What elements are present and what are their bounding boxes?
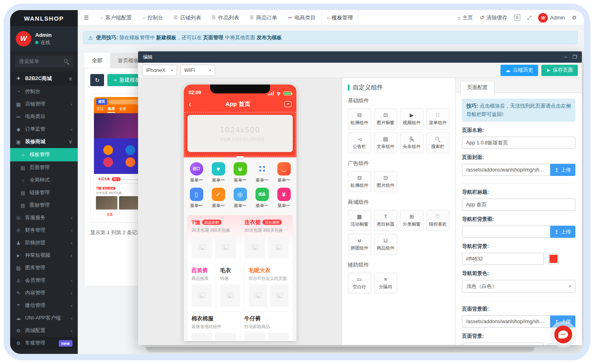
sidebar-item-console[interactable]: ◔ 控制台 (10, 85, 78, 98)
sidebar-item-general-manage[interactable]: ⚙ 常规管理 new (10, 337, 78, 349)
product-cell-sweater[interactable]: 毛衣 特惠 (216, 263, 245, 311)
sidebar-item-gallery-manage[interactable]: ▨ 图库管理 (10, 262, 78, 274)
sidebar-item-shop-manage[interactable]: ▦ 店铺管理 ‹ (10, 98, 78, 110)
component-ad-carousel[interactable]: ⊟轮播组件 (348, 171, 371, 192)
divider (462, 300, 575, 301)
component-menu[interactable]: ∷菜单组件 (426, 108, 450, 129)
modal-titlebar[interactable]: 编辑 − ❐ (138, 51, 582, 63)
page-bg-img-label: 页面背景图: (462, 306, 575, 313)
component-search-bar[interactable]: 搜索栏 (426, 132, 450, 153)
component-blank-row[interactable]: ▭空白行 (348, 273, 371, 294)
sidebar-item-finance-manage[interactable]: ℗ 财务管理 ‹ (10, 224, 78, 237)
component-category-window[interactable]: ⊞分类橱窗 (400, 210, 424, 231)
sidebar-item-uniapp-client[interactable]: ☁ UNI-APP客户端 ‹ (10, 312, 78, 324)
component-goods[interactable]: ⊔商品组件 (374, 234, 398, 255)
component-activity-window[interactable]: ▦活动橱窗 (348, 210, 371, 231)
tab-shop-list[interactable]: ☰ 店铺列表 (168, 10, 207, 25)
page-bg-img-input[interactable] (462, 315, 550, 328)
tab-page-config[interactable]: 页面配置 (460, 81, 494, 95)
image-placeholder-icon (198, 293, 205, 298)
component-headline[interactable]: 头头条组件 (400, 132, 424, 153)
nav-title-input[interactable] (462, 199, 575, 211)
page-bg-color-swatch[interactable] (548, 343, 559, 345)
carousel-icon: ⊟ (357, 175, 362, 181)
component-ad-image[interactable]: ⊡图片组件 (374, 171, 398, 192)
product-cell-jeans[interactable]: 牛仔裤 自动获取商品 (240, 311, 293, 341)
sidebar-item-mall-config[interactable]: ⚙ 商城配置 ‹ (10, 324, 78, 337)
home-button[interactable]: ⌂ 主页 (457, 14, 473, 21)
fullscreen-icon[interactable]: ⤢ (527, 15, 531, 21)
sidebar-item-template-manage[interactable]: ○ 模板管理 (10, 148, 78, 161)
sidebar-item-ladder-groupon[interactable]: ♟ 阶梯拼团 ‹ (10, 237, 78, 249)
tab-template-manage[interactable]: ○ 模板管理 (321, 10, 359, 25)
product-cell-trousers[interactable]: 西装裤 商品推荐 (187, 263, 216, 311)
nav-bg-color-input[interactable] (462, 253, 544, 265)
sidebar-item-page-manage[interactable]: ▤ 页面管理 (10, 161, 78, 174)
language-icon[interactable]: 文 (514, 15, 520, 21)
cloud-history-button[interactable]: ☁ 云端历史 (500, 65, 538, 76)
product-cell-coat[interactable]: 毛呢大衣 后台可自定义此页面 (244, 263, 293, 311)
save-page-button[interactable]: ➤ 保存页面 (541, 65, 578, 76)
user-panel[interactable]: W Admin 在线 (10, 26, 78, 51)
restore-icon[interactable]: ❐ (573, 54, 577, 60)
sidebar-item-b2b2c-mall[interactable]: ✈ B2B2C商城 ∨ (10, 72, 78, 85)
sidebar-item-decorate-mall[interactable]: ▣ 装修商城 ∨ (10, 135, 78, 148)
tab-works-list[interactable]: ☰ 作品列表 (207, 10, 245, 25)
sidebar-item-global-style[interactable]: ○ 全局样式 (10, 174, 78, 186)
page-bg-color-input[interactable] (462, 343, 544, 345)
component-category-title[interactable]: T类目标题 (374, 210, 398, 231)
share-icon[interactable]: ↗ (284, 101, 292, 107)
sidebar-item-member-manage[interactable]: ♙ 会员管理 ‹ (10, 274, 78, 287)
product-cell-tshirt[interactable]: T恤新品尝鲜 30天包退 365天包换 (187, 215, 240, 263)
sidebar-item-link-manage[interactable]: ▤ 链接管理 (10, 186, 78, 199)
config-tab-bar: 页面配置 (456, 78, 582, 93)
hamburger-icon[interactable]: ☰ (78, 10, 95, 25)
minimize-icon[interactable]: − (564, 54, 567, 60)
sidebar-item-order-monitor[interactable]: ◆ 订单监管 ‹ (10, 123, 78, 135)
sidebar-item-icon-manage[interactable]: ▤ 图标管理 (10, 199, 78, 212)
component-image-window[interactable]: ⊡图片橱窗 (374, 108, 398, 129)
list-icon: ☰ (212, 15, 216, 20)
user-menu[interactable]: W Admin (538, 13, 565, 23)
product-cell-dress[interactable]: 连衣裙后台调用 30天包退 365天包换 (240, 215, 293, 263)
refresh-button[interactable]: ↻ (90, 74, 104, 86)
tab-ecommerce-category[interactable]: ≔ 电商类目 (283, 10, 321, 25)
customer-service-chat-button[interactable]: ••• (554, 326, 572, 343)
nav-bg-img-input[interactable] (462, 226, 550, 238)
back-chevron-icon[interactable]: ‹ (189, 100, 192, 108)
carousel-component-selected[interactable]: 1024x500 广告轮播-自动从后台获取数据 (184, 111, 296, 157)
component-groupon[interactable]: ⊎拼团组件 (348, 234, 371, 255)
page-name-input[interactable] (462, 137, 575, 149)
page-cover-input[interactable] (462, 164, 550, 176)
nav-fg-select[interactable]: 浅色（白色）▾ (462, 280, 575, 293)
menu-component[interactable]: 进口菜单一 ♥菜单一 ⊎菜单一 ∷菜单一 ◡菜单一 ▯菜单一 ✓菜单一 ◎菜单一… (184, 157, 296, 211)
component-video[interactable]: ▶视频组件 (400, 108, 424, 129)
list-icon: ▤ (20, 165, 26, 171)
network-select[interactable]: WIFI▾ (180, 65, 215, 76)
upload-button[interactable]: ↥ 上传 (550, 226, 575, 238)
content-area: ⚠ 使用技巧: 除在模板管理中 新建模板，还可以在 页面管理 中将其他页面 发布… (78, 25, 584, 354)
settings-gear-icon[interactable]: ⚙ (572, 15, 577, 21)
sidebar-item-ecommerce-category[interactable]: ≔ 电商类目 (10, 110, 78, 123)
brand-logo: WANLSHOP (10, 10, 78, 26)
sidebar-item-wechat-manage[interactable]: ❝ 微信管理 ‹ (10, 299, 78, 312)
tab-goods-order[interactable]: ☰ 商品订单 (245, 10, 283, 25)
activity-window-component[interactable]: T恤新品尝鲜 30天包退 365天包换 连衣裙后台调用 30天包退 365天包换 (187, 215, 293, 341)
component-divider[interactable]: ≡分隔符 (374, 273, 398, 294)
nav-bg-color-swatch[interactable] (548, 254, 559, 264)
product-cell-cotton[interactable]: 棉衣棉服 装修管理此组件 (187, 311, 240, 341)
upload-button[interactable]: ↥ 上传 (550, 164, 575, 176)
clear-cache-button[interactable]: ↺ 清除缓存 (480, 14, 507, 21)
sidebar-item-short-video[interactable]: ► 种草短视频 ‹ (10, 249, 78, 262)
component-article[interactable]: ▤文章组件 (374, 132, 398, 153)
tab-console[interactable]: ◔ 控制台 (137, 10, 168, 25)
device-select[interactable]: iPhoneX▾ (142, 65, 177, 76)
sidebar-item-content-manage[interactable]: ✎ 内容管理 ‹ (10, 287, 78, 299)
component-guess-you-like[interactable]: ♡猜你喜欢 (426, 210, 450, 231)
tab-all-templates[interactable]: 全部 (84, 53, 110, 68)
sidebar-item-customer-service[interactable]: ☏ 客服服务 ‹ (10, 212, 78, 224)
component-carousel[interactable]: ⊟轮播组件 (348, 108, 371, 129)
resize-handle[interactable] (236, 156, 244, 159)
component-notice-bar[interactable]: ◅公告栏 (348, 132, 371, 153)
tab-client-config[interactable]: ○ 客户端配置 (95, 10, 137, 25)
